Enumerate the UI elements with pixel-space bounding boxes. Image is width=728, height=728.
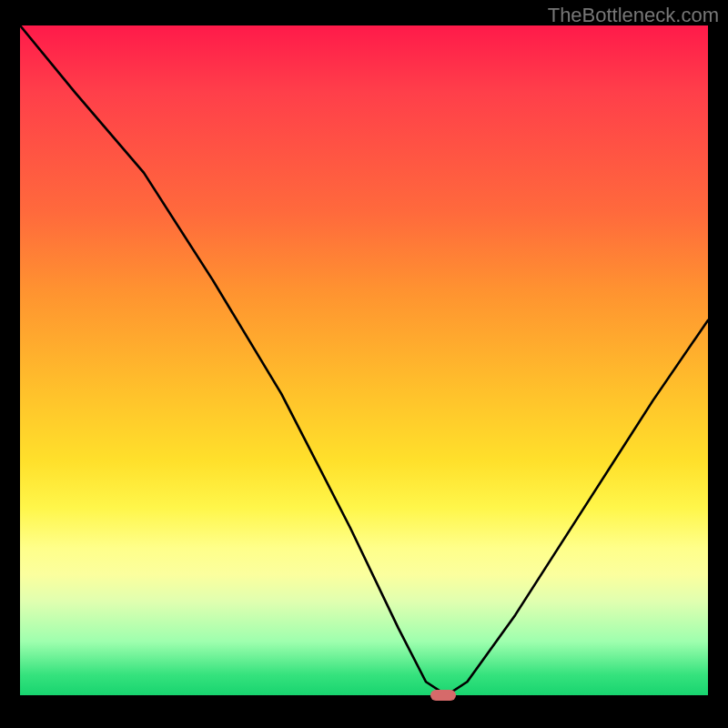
optimal-marker (430, 690, 456, 701)
bottleneck-chart (20, 25, 708, 695)
chart-curve-svg (20, 25, 708, 695)
watermark-text: TheBottleneck.com (548, 4, 719, 27)
chart-curve-path (20, 25, 708, 695)
